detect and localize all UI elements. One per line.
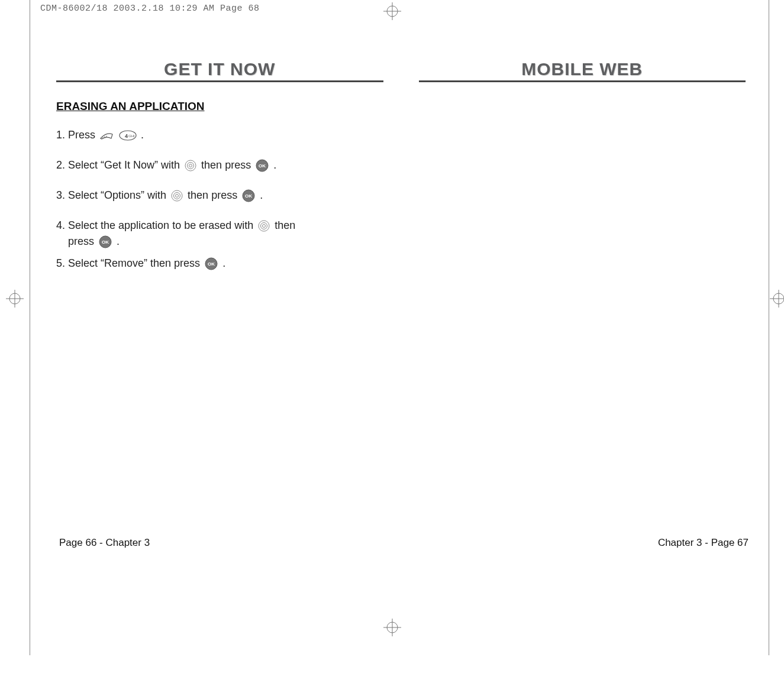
svg-point-20 bbox=[189, 164, 192, 167]
ok-button-icon: OK bbox=[204, 257, 218, 271]
step-3-text-a: 3. Select “Options” with bbox=[56, 189, 169, 201]
footer-right: Chapter 3 - Page 67 bbox=[658, 537, 748, 549]
svg-point-18 bbox=[185, 160, 196, 171]
nav-ring-icon bbox=[170, 189, 183, 202]
ok-button-icon: OK bbox=[255, 158, 269, 173]
title-rule: GET IT NOW bbox=[56, 59, 383, 82]
ok-button-icon: OK bbox=[241, 189, 256, 203]
registration-mark-bottom bbox=[383, 619, 401, 636]
svg-point-12 bbox=[102, 137, 104, 138]
page-spread: GET IT NOW ERASING AN APPLICATION 1. Pre… bbox=[47, 59, 751, 568]
step-3-text-c: . bbox=[260, 189, 263, 201]
registration-mark-left bbox=[6, 290, 24, 308]
step-4-text-a: 4. Select the application to be erased w… bbox=[56, 219, 256, 231]
nav-ring-icon bbox=[184, 159, 197, 172]
step-1-text-a: 1. Press bbox=[56, 129, 98, 141]
svg-point-14 bbox=[106, 136, 107, 137]
page-title-right: MOBILE WEB bbox=[419, 59, 746, 79]
step-2: 2. Select “Get It Now” with then press O… bbox=[56, 157, 383, 173]
step-4: 4. Select the application to be erased w… bbox=[56, 218, 383, 250]
svg-text:GHI: GHI bbox=[128, 134, 135, 138]
svg-point-31 bbox=[261, 223, 267, 229]
step-1-text-b: . bbox=[141, 129, 144, 141]
nav-ring-icon bbox=[257, 219, 270, 232]
svg-point-13 bbox=[104, 137, 105, 138]
left-page: GET IT NOW ERASING AN APPLICATION 1. Pre… bbox=[47, 59, 395, 568]
step-2-text-a: 2. Select “Get It Now” with bbox=[56, 159, 183, 171]
svg-text:OK: OK bbox=[259, 163, 266, 169]
svg-text:OK: OK bbox=[208, 261, 215, 267]
step-3: 3. Select “Options” with then press OK . bbox=[56, 187, 383, 203]
svg-text:OK: OK bbox=[102, 240, 109, 245]
ok-button-icon: OK bbox=[98, 235, 112, 249]
svg-point-19 bbox=[188, 163, 194, 169]
step-1: 1. Press 4GHI . bbox=[56, 127, 383, 143]
svg-text:4: 4 bbox=[125, 133, 128, 139]
step-5-text-b: . bbox=[222, 257, 225, 269]
registration-mark-right bbox=[770, 290, 784, 308]
step-3-text-b: then press bbox=[188, 189, 240, 201]
step-2-text-b: then press bbox=[201, 159, 254, 171]
svg-point-25 bbox=[174, 193, 180, 199]
step-5: 5. Select “Remove” then press OK . bbox=[56, 255, 383, 271]
svg-point-24 bbox=[172, 190, 182, 201]
svg-point-32 bbox=[263, 225, 266, 228]
svg-text:OK: OK bbox=[245, 193, 252, 199]
registration-mark-top bbox=[383, 2, 401, 20]
step-2-text-c: . bbox=[273, 159, 276, 171]
soft-key-icon bbox=[99, 131, 114, 140]
step-4-text-d: . bbox=[117, 235, 120, 247]
step-5-text-a: 5. Select “Remove” then press bbox=[56, 257, 203, 269]
step-4-text-b: then bbox=[275, 219, 295, 231]
keypad-4-icon: 4GHI bbox=[119, 130, 137, 141]
svg-point-30 bbox=[259, 221, 269, 231]
page-title-left: GET IT NOW bbox=[56, 59, 383, 79]
title-rule: MOBILE WEB bbox=[419, 59, 746, 82]
footer-left: Page 66 - Chapter 3 bbox=[59, 537, 150, 549]
svg-point-26 bbox=[176, 195, 179, 198]
subheading-erasing: ERASING AN APPLICATION bbox=[56, 100, 383, 113]
right-page: MOBILE WEB bbox=[395, 59, 752, 568]
step-4-text-c: press bbox=[68, 235, 97, 247]
